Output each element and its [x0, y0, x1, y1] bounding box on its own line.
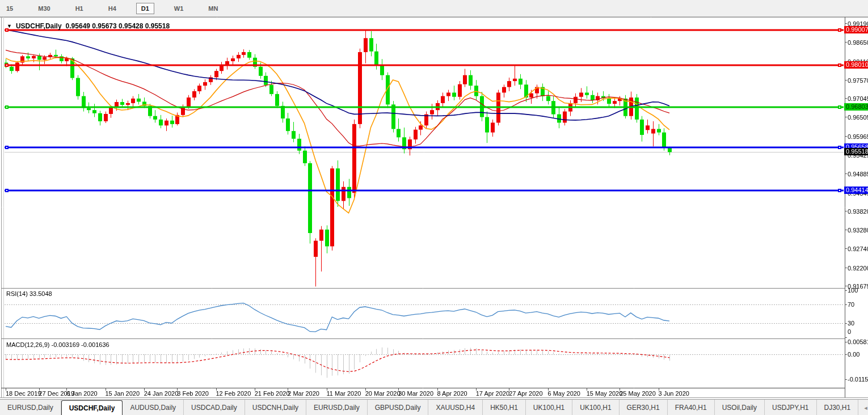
- period-button-mn[interactable]: MN: [203, 3, 223, 14]
- chart-tab-usoil-daily[interactable]: USOil,Daily: [715, 400, 765, 415]
- date-axis-label: 12 Feb 2020: [216, 390, 251, 397]
- chart-symbol-label: USDCHF,Daily: [16, 22, 62, 30]
- chart-tab-usdcad-daily[interactable]: USDCAD,Daily: [184, 400, 245, 415]
- macd-axis-tick: -0.01151: [848, 376, 868, 383]
- period-button-h1[interactable]: H1: [70, 3, 89, 14]
- rsi-axis-tick: 100: [848, 287, 858, 294]
- date-axis-label: 8 Apr 2020: [437, 390, 467, 397]
- date-axis-label: 21 Feb 2020: [255, 390, 290, 397]
- period-button-w1[interactable]: W1: [169, 3, 189, 14]
- price-axis-tick: 0.92200: [848, 265, 868, 272]
- price-axis-tick: 0.97045: [848, 95, 868, 102]
- mt4-terminal: { "toolbar": { "periods": [ {"label":"15…: [0, 0, 868, 415]
- date-axis-label: 3 Feb 2020: [177, 390, 209, 397]
- price-axis-tick: 0.95965: [848, 133, 868, 140]
- date-axis-label: 17 Apr 2020: [476, 390, 509, 397]
- price-axis[interactable]: 0.991900.986500.981100.975700.970450.965…: [844, 17, 868, 397]
- macd-axis-tick: 0.005818: [848, 338, 868, 345]
- period-button-15[interactable]: 15: [1, 3, 18, 14]
- date-axis-label: 30 Mar 2020: [398, 390, 433, 397]
- price-axis-tick: 0.93280: [848, 227, 868, 234]
- hline-price-label: 0.96803: [844, 103, 868, 111]
- date-axis-label: 6 Jan 2020: [66, 390, 97, 397]
- hline-price-label: 0.94414: [844, 187, 868, 194]
- macd-axis-tick: 0.00: [848, 351, 859, 358]
- date-axis-label: 3 Jun 2020: [659, 390, 689, 397]
- current-price-label: 0.95518: [844, 148, 868, 155]
- date-axis-label: 20 Mar 2020: [365, 390, 401, 397]
- chart-tab-uk100-h1[interactable]: UK100,H1: [572, 400, 619, 415]
- symbol-tab-bar: EURUSD,DailyUSDCHF,DailyAUDUSD,DailyUSDC…: [0, 399, 868, 415]
- rsi-axis-tick: 30: [848, 320, 854, 327]
- chart-title: ▼ USDCHF,Daily 0.95649 0.95673 0.95428 0…: [7, 22, 170, 30]
- date-axis-label: 18 Dec 2019: [6, 390, 41, 397]
- price-axis-tick: 0.94885: [848, 171, 868, 177]
- date-axis-label: 11 Mar 2020: [327, 390, 361, 397]
- chart-dropdown-icon[interactable]: ▼: [7, 23, 12, 29]
- chart-tab-usdcnh-daily[interactable]: USDCNH,Daily: [245, 400, 306, 415]
- tab-scroll-left-icon[interactable]: ◂: [864, 404, 867, 412]
- date-axis-label: 27 Apr 2020: [509, 390, 542, 397]
- chart-tab-gbpusd-daily[interactable]: GBPUSD,Daily: [368, 400, 429, 415]
- price-axis-tick: 0.92740: [848, 245, 868, 252]
- period-button-h4[interactable]: H4: [103, 3, 121, 14]
- period-button-d1[interactable]: D1: [136, 3, 154, 14]
- chart-tab-audusd-daily[interactable]: AUDUSD,Daily: [123, 400, 184, 415]
- rsi-indicator-label: RSI(14) 33.5048: [6, 290, 52, 297]
- chart-tab-uk100-h1[interactable]: UK100,H1: [526, 400, 572, 415]
- hline-price-label: 0.98010: [844, 61, 868, 69]
- macd-indicator-label: MACD(12,26,9) -0.003169 -0.001636: [6, 341, 109, 348]
- chart-ohlc-readout: 0.95649 0.95673 0.95428 0.95518: [66, 22, 170, 30]
- chart-tab-xauusd-h4[interactable]: XAUUSD,H4: [428, 400, 483, 415]
- period-button-m30[interactable]: M30: [33, 3, 55, 14]
- price-axis-tick: 0.97570: [848, 77, 868, 84]
- chart-tab-usdchf-daily[interactable]: USDCHF,Daily: [61, 400, 123, 415]
- price-axis-tick: 0.93820: [848, 208, 868, 215]
- chart-tab-fra40-h1[interactable]: FRA40,H1: [668, 400, 715, 415]
- date-axis-label: 15 May 2020: [587, 390, 623, 397]
- hline-price-label: 0.99007: [844, 26, 868, 33]
- chart-tab-ger30-h1[interactable]: GER30,H1: [620, 400, 668, 415]
- rsi-axis-tick: 0: [848, 328, 851, 335]
- date-axis[interactable]: 18 Dec 201927 Dec 20196 Jan 202015 Jan 2…: [0, 388, 844, 398]
- price-axis-tick: 0.98650: [848, 39, 868, 46]
- date-axis-label: 15 Jan 2020: [106, 390, 140, 397]
- timeframe-toolbar: 15M30H1H4D1W1MN: [0, 0, 868, 17]
- date-axis-label: 25 May 2020: [620, 390, 656, 397]
- chart-tab-dj30-h1[interactable]: DJ30,H1: [817, 400, 859, 415]
- chart-tab-hk50-h1[interactable]: HK50,H1: [483, 400, 526, 415]
- chart-tab-usdjpy-h1[interactable]: USDJPY,H1: [765, 400, 816, 415]
- price-chart-canvas[interactable]: [0, 0, 868, 415]
- date-axis-label: 2 Mar 2020: [288, 390, 319, 397]
- chart-tab-eurusd-daily[interactable]: EURUSD,Daily: [0, 400, 61, 415]
- date-axis-label: 24 Jan 2020: [144, 390, 179, 397]
- price-axis-tick: 0.96505: [848, 114, 868, 121]
- chart-tab-eurusd-daily[interactable]: EURUSD,Daily: [306, 400, 368, 415]
- date-axis-label: 6 May 2020: [548, 390, 580, 397]
- rsi-axis-tick: 70: [848, 301, 854, 308]
